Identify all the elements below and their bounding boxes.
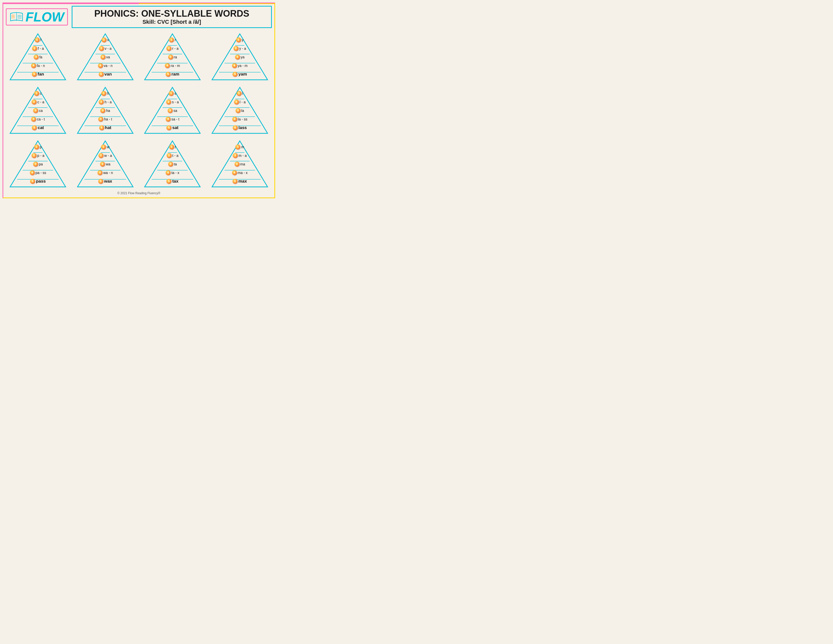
pyramid-van: 1v2v - a3va4va - n5van	[73, 32, 138, 82]
pyramid-cat-row-4: 4ca - t	[31, 117, 45, 122]
step-badge-2: 2	[166, 46, 171, 51]
step-text-2: r - a	[172, 47, 178, 50]
step-text-4: sa - t	[171, 117, 179, 121]
step-text-2: y - a	[239, 47, 246, 50]
step-text-2: h - a	[105, 100, 112, 104]
step-text-4: wa - n	[103, 171, 113, 175]
page: FLOW PHONICS: ONE-SYLLABLE WORDS Skill: …	[3, 3, 275, 198]
step-text-4: va - n	[104, 64, 113, 68]
pyramid-lass-row-4: 4la - ss	[232, 117, 248, 122]
pyramid-sat-row-1: 1s	[169, 91, 176, 96]
step-text-3: pa	[39, 162, 43, 166]
pyramid-hat-row-1: 1h	[101, 91, 109, 96]
step-badge-3: 3	[100, 55, 106, 60]
step-badge-4: 4	[232, 117, 237, 122]
rows-overlay: 1p2p - a3pa4pa - ss5pass	[8, 139, 68, 189]
pyramid-max-row-2: 2m - a	[233, 153, 247, 158]
step-text-5: ram	[171, 72, 179, 77]
rows-overlay: 1t2t - a3ta4ta - x5tax	[142, 139, 203, 189]
step-text-1: v	[107, 38, 109, 42]
step-text-1: s	[174, 92, 176, 95]
step-badge-1: 1	[35, 37, 40, 42]
step-badge-4: 4	[165, 63, 170, 68]
step-badge-1: 1	[34, 91, 39, 96]
step-badge-1: 1	[169, 37, 174, 42]
rows-overlay: 1v2v - a3va4va - n5van	[75, 32, 135, 82]
pyramids-grid: 1f2f - a3fa4fa - n5fan1v2v - a3va4va - n…	[6, 32, 272, 189]
pyramid-lass-row-1: 1l	[236, 91, 243, 96]
logo-text: FLOW	[26, 10, 64, 24]
pyramid-van-row-2: 2v - a	[99, 46, 112, 51]
pyramid-pass-row-1: 1p	[34, 145, 42, 150]
step-badge-3: 3	[235, 108, 241, 113]
step-text-3: ma	[240, 162, 245, 166]
step-text-4: fa - n	[37, 64, 45, 68]
step-text-2: t - a	[172, 153, 178, 158]
pyramid-cat-row-2: 2c - a	[32, 100, 44, 105]
step-text-4: ta - x	[171, 171, 179, 175]
step-text-2: m - a	[238, 153, 247, 158]
pyramid-sat-row-5: 5sat	[166, 125, 178, 130]
rows-overlay: 1l2l - a3la4la - ss5lass	[209, 85, 270, 136]
step-text-1: m	[241, 145, 244, 149]
pyramid-cat-row-5: 5cat	[32, 125, 44, 130]
step-badge-3: 3	[33, 108, 38, 113]
step-text-1: c	[40, 92, 42, 95]
pyramid-cat: 1c2c - a3ca4ca - t5cat	[6, 85, 70, 136]
pyramid-max-row-5: 5max	[233, 179, 247, 184]
step-text-1: l	[242, 92, 243, 95]
step-badge-4: 4	[232, 63, 237, 68]
step-text-3: fa	[39, 55, 42, 59]
step-badge-5: 5	[166, 125, 171, 130]
pyramid-sat-row-2: 2s - a	[166, 100, 179, 105]
step-badge-5: 5	[233, 179, 238, 184]
rows-overlay: 1s2s - a3sa4sa - t5sat	[142, 85, 203, 136]
step-badge-1: 1	[34, 145, 39, 150]
step-text-5: max	[238, 179, 247, 184]
step-text-1: y	[242, 38, 244, 42]
step-text-3: va	[106, 55, 110, 59]
step-text-1: f	[40, 38, 42, 42]
pyramid-ram-row-5: 5ram	[166, 72, 179, 77]
step-badge-5: 5	[166, 72, 170, 77]
pyramid-van-row-5: 5van	[99, 72, 112, 77]
pyramid-lass-row-3: 3la	[235, 108, 244, 113]
pyramid-yam-row-3: 3ya	[235, 55, 244, 60]
step-badge-3: 3	[33, 162, 38, 167]
step-badge-1: 1	[235, 145, 240, 150]
step-text-1: r	[175, 38, 176, 42]
step-badge-2: 2	[166, 100, 171, 105]
pyramid-ram: 1r2r - a3ra4ra - m5ram	[140, 32, 205, 82]
step-badge-3: 3	[34, 55, 39, 60]
step-text-5: lass	[238, 125, 247, 130]
rows-overlay: 1h2h - a3ha4ha - t5hat	[75, 85, 135, 136]
pyramid-max-row-3: 3ma	[235, 162, 245, 167]
step-text-1: p	[40, 145, 42, 149]
rows-overlay: 1w2w - a3wa4wa - n5wax	[75, 139, 135, 189]
pyramid-yam: 1y2y - a3ya4ya - m5yam	[208, 32, 272, 82]
pyramid-tax: 1t2t - a3ta4ta - x5tax	[140, 139, 205, 189]
step-badge-4: 4	[166, 170, 170, 175]
pyramid-hat-row-3: 3ha	[100, 108, 110, 113]
pyramid-max: 1m2m - a3ma4ma - x5max	[208, 139, 272, 189]
pyramid-van-row-4: 4va - n	[98, 63, 113, 68]
step-badge-1: 1	[101, 37, 106, 42]
step-text-1: h	[107, 92, 109, 95]
pyramid-tax-row-4: 4ta - x	[166, 170, 179, 175]
pyramid-fan-row-2: 2f - a	[32, 46, 44, 51]
pyramid-fan-row-4: 4fa - n	[31, 63, 45, 68]
pyramid-yam-row-5: 5yam	[233, 72, 247, 77]
step-badge-1: 1	[169, 91, 174, 96]
logo-area: FLOW	[6, 8, 68, 26]
step-badge-5: 5	[233, 125, 238, 130]
rows-overlay: 1r2r - a3ra4ra - m5ram	[142, 32, 203, 82]
pyramid-yam-row-4: 4ya - m	[232, 63, 248, 68]
step-badge-5: 5	[30, 179, 35, 184]
pyramid-pass-row-2: 2p - a	[32, 153, 44, 158]
pyramid-pass-row-3: 3pa	[33, 162, 43, 167]
step-badge-2: 2	[99, 100, 104, 105]
pyramid-tax-row-5: 5tax	[166, 179, 178, 184]
step-text-2: f - a	[38, 47, 44, 50]
pyramid-lass-row-5: 5lass	[233, 125, 247, 130]
pyramid-lass-row-2: 2l - a	[234, 100, 246, 105]
